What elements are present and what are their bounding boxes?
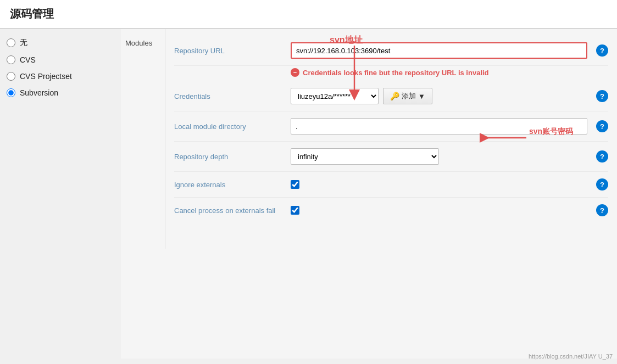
ignore-externals-help[interactable]: ? xyxy=(596,178,608,191)
add-btn-arrow: ▼ xyxy=(418,92,425,100)
local-module-dir-input[interactable] xyxy=(291,118,587,135)
local-module-dir-row: Local module directory ? xyxy=(174,111,608,142)
error-message: Credentials looks fine but the repositor… xyxy=(303,69,489,77)
radio-cvs-projectset[interactable] xyxy=(7,72,15,81)
ignore-externals-checkbox[interactable] xyxy=(291,180,299,189)
main-content: 无 CVS CVS Projectset Subversion svn地址 xyxy=(0,29,617,359)
credentials-control: liuzeyu12a/****** 🔑 添加 ▼ xyxy=(291,88,590,104)
sidebar: 无 CVS CVS Projectset Subversion xyxy=(0,29,121,359)
cancel-process-row: Cancel process on externals fail ? xyxy=(174,198,608,223)
repository-depth-help[interactable]: ? xyxy=(596,150,608,163)
sidebar-item-cvs[interactable]: CVS xyxy=(7,55,114,64)
label-subversion: Subversion xyxy=(20,88,58,97)
cancel-process-checkbox[interactable] xyxy=(291,206,299,215)
add-credentials-button[interactable]: 🔑 添加 ▼ xyxy=(383,88,432,104)
page-title: 源码管理 xyxy=(10,7,607,21)
label-none: 无 xyxy=(20,38,27,48)
content-area: svn地址 svn账号密码 xyxy=(121,29,617,359)
repository-depth-control: infinity immediates files empty xyxy=(291,148,590,165)
modules-section: Modules Repository URL ? − Credentials l… xyxy=(121,29,617,249)
cancel-process-label: Cancel process on externals fail xyxy=(174,206,284,215)
repository-depth-row: Repository depth infinity immediates fil… xyxy=(174,142,608,172)
form-panel: Repository URL ? − Credentials looks fin… xyxy=(165,29,617,249)
credentials-select[interactable]: liuzeyu12a/****** xyxy=(291,88,379,104)
repository-url-label: Repository URL xyxy=(174,47,284,55)
ignore-externals-label: Ignore externals xyxy=(174,181,284,189)
error-row: − Credentials looks fine but the reposit… xyxy=(291,66,608,81)
local-module-dir-label: Local module directory xyxy=(174,122,284,131)
radio-cvs[interactable] xyxy=(7,55,15,64)
watermark: https://blog.csdn.net/JIAY U_37 xyxy=(529,353,613,360)
label-cvs-projectset: CVS Projectset xyxy=(20,72,72,81)
add-btn-label: 添加 xyxy=(402,91,416,101)
repository-url-row: Repository URL ? xyxy=(174,36,608,66)
repository-depth-select[interactable]: infinity immediates files empty xyxy=(291,148,439,165)
repository-depth-label: Repository depth xyxy=(174,153,284,161)
modules-label: Modules xyxy=(121,29,165,249)
repository-url-control xyxy=(291,42,590,59)
repository-url-input[interactable] xyxy=(291,42,587,59)
sidebar-item-cvs-projectset[interactable]: CVS Projectset xyxy=(7,72,114,81)
error-icon: − xyxy=(291,68,299,77)
repository-url-help[interactable]: ? xyxy=(596,44,608,57)
label-cvs: CVS xyxy=(20,55,36,64)
ignore-externals-control xyxy=(291,180,590,189)
radio-none[interactable] xyxy=(7,38,15,47)
sidebar-item-none[interactable]: 无 xyxy=(7,38,114,48)
credentials-help[interactable]: ? xyxy=(596,90,608,102)
local-module-dir-control xyxy=(291,118,590,135)
radio-subversion[interactable] xyxy=(7,88,15,97)
page-header: 源码管理 xyxy=(0,0,617,29)
local-module-dir-help[interactable]: ? xyxy=(596,120,608,132)
credentials-label: Credentials xyxy=(174,92,284,100)
cancel-process-control xyxy=(291,206,590,215)
ignore-externals-row: Ignore externals ? xyxy=(174,172,608,198)
sidebar-item-subversion[interactable]: Subversion xyxy=(7,88,114,97)
credentials-row: Credentials liuzeyu12a/****** 🔑 添加 ▼ ? xyxy=(174,81,608,111)
cancel-process-help[interactable]: ? xyxy=(596,204,608,216)
key-icon: 🔑 xyxy=(390,92,399,100)
